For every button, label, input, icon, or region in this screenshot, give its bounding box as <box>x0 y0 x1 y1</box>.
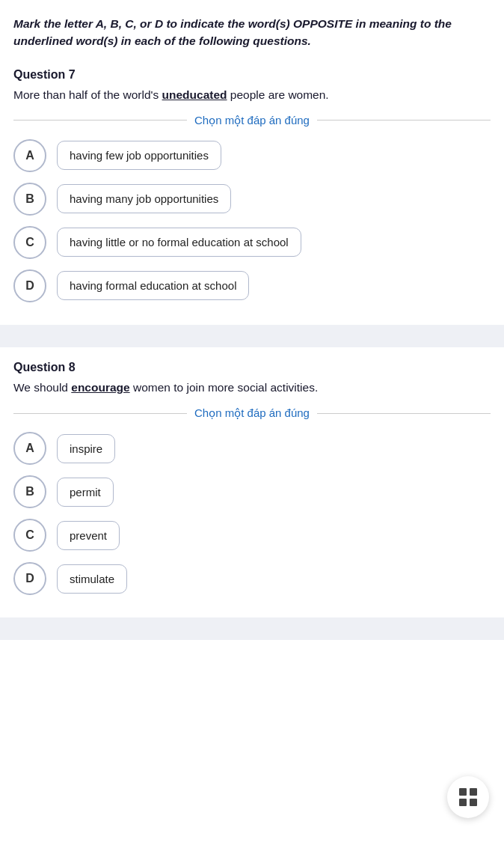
question-7-block: Question 7 More than half of the world's… <box>0 59 504 317</box>
q7-option-a-box[interactable]: having few job opportunities <box>57 141 221 170</box>
question-7-title: Question 7 <box>13 68 491 82</box>
question-8-block: Question 8 We should encourage women to … <box>0 347 504 610</box>
q8-option-d-box[interactable]: stimulate <box>57 564 127 594</box>
table-row: D stimulate <box>13 562 491 595</box>
q8-option-b-box[interactable]: permit <box>57 478 114 507</box>
q7-options-list: A having few job opportunities B having … <box>13 139 491 317</box>
q7-text-after: people are women. <box>227 88 329 101</box>
q7-option-d-box[interactable]: having formal education at school <box>57 271 249 300</box>
table-row: A having few job opportunities <box>13 139 491 172</box>
q8-text-after: women to join more social activities. <box>130 381 319 394</box>
q8-text-before: We should <box>13 381 71 394</box>
bottom-section-divider <box>0 617 504 640</box>
grid-icon <box>459 788 477 806</box>
table-row: A inspire <box>13 432 491 465</box>
q7-text-before: More than half of the world's <box>13 88 162 101</box>
q7-option-d-circle[interactable]: D <box>13 269 46 302</box>
q7-option-b-circle[interactable]: B <box>13 183 46 216</box>
instructions: Mark the letter A, B, C, or D to indicat… <box>0 0 504 59</box>
q7-underlined: uneducated <box>162 88 227 101</box>
q8-option-d-circle[interactable]: D <box>13 562 46 595</box>
q8-option-b-circle[interactable]: B <box>13 475 46 508</box>
q7-option-c-box[interactable]: having little or no formal education at … <box>57 228 301 257</box>
question-7-text: More than half of the world's uneducated… <box>13 86 491 103</box>
q8-select-prompt: Chọn một đáp án đúng <box>194 406 310 420</box>
q8-option-c-box[interactable]: prevent <box>57 521 120 550</box>
q8-option-a-box[interactable]: inspire <box>57 434 115 463</box>
table-row: B permit <box>13 475 491 508</box>
q7-option-a-circle[interactable]: A <box>13 139 46 172</box>
q8-underlined: encourage <box>71 381 129 394</box>
q8-option-a-circle[interactable]: A <box>13 432 46 465</box>
section-divider <box>0 325 504 347</box>
table-row: C prevent <box>13 519 491 552</box>
floating-grid-button[interactable] <box>447 776 489 818</box>
q8-select-prompt-row: Chọn một đáp án đúng <box>13 406 491 420</box>
q7-select-prompt: Chọn một đáp án đúng <box>194 114 310 127</box>
table-row: C having little or no formal education a… <box>13 226 491 259</box>
q7-option-c-circle[interactable]: C <box>13 226 46 259</box>
q8-option-c-circle[interactable]: C <box>13 519 46 552</box>
table-row: B having many job opportunities <box>13 183 491 216</box>
question-8-title: Question 8 <box>13 361 491 374</box>
question-8-text: We should encourage women to join more s… <box>13 379 491 396</box>
table-row: D having formal education at school <box>13 269 491 302</box>
q7-select-prompt-row: Chọn một đáp án đúng <box>13 114 491 127</box>
q8-options-list: A inspire B permit C prevent D stimulate <box>13 432 491 610</box>
q7-option-b-box[interactable]: having many job opportunities <box>57 184 231 213</box>
